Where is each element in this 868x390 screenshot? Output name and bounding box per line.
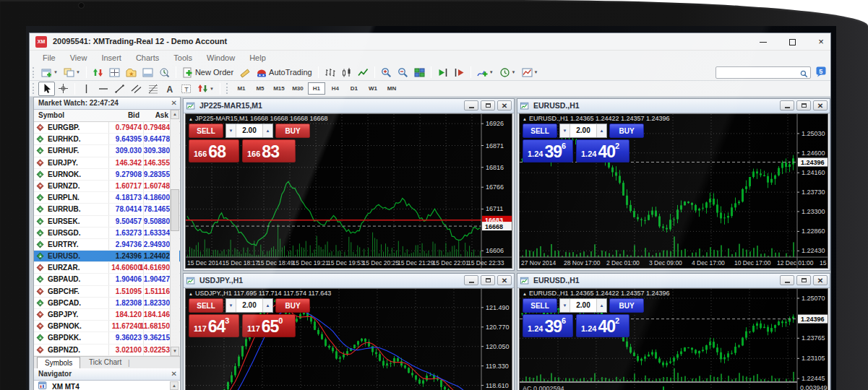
chart-title-bar[interactable]: EURUSD.,H1✕ [517, 99, 830, 113]
new-chart-button[interactable]: ▼ [38, 65, 61, 79]
strategy-tester-toggle[interactable] [156, 65, 173, 79]
sell-price-button[interactable]: 16668 [189, 139, 239, 162]
autotrading-button[interactable]: AutoTrading [253, 65, 315, 79]
market-watch-row-eurpln[interactable]: EURPLN.4.181734.18600 [34, 192, 180, 204]
scroll-up-icon[interactable]: ▲ [171, 110, 179, 119]
zoom-out-button[interactable] [395, 65, 411, 79]
tab-tick-chart[interactable]: Tick Chart [82, 357, 129, 368]
market-watch-row-eurusd[interactable]: EURUSD.1.243961.24402 [34, 251, 180, 262]
col-ask[interactable]: Ask [155, 111, 168, 119]
market-watch-row-eurjpy[interactable]: EURJPY.146.342146.355 [34, 157, 180, 169]
toolbar-grip[interactable] [33, 67, 35, 78]
chart-restore-button[interactable] [481, 100, 495, 110]
chart-restore-button[interactable] [481, 275, 495, 285]
chart-title-bar[interactable]: EURUSD.,H1✕ [517, 274, 830, 288]
sell-price-button[interactable]: 1.24396 [523, 139, 573, 162]
navigator-scroll-up-icon[interactable]: ▲ [170, 381, 179, 390]
market-watch-row-gbpdkk[interactable]: GBPDKK.9.360239.36215 [34, 332, 180, 344]
sell-button[interactable]: SELL [523, 124, 557, 138]
profiles-button[interactable]: ▼ [61, 65, 83, 79]
timeframe-m5[interactable]: M5 [252, 82, 269, 95]
navigator-account-item[interactable]: XM MT4 [38, 381, 80, 390]
timeframe-m15[interactable]: M15 [270, 82, 288, 95]
market-watch-row-eurnok[interactable]: EURNOK.9.279089.28355 [34, 169, 180, 181]
market-watch-close-icon[interactable]: ✕ [171, 99, 177, 107]
timeframe-d1[interactable]: D1 [345, 82, 363, 95]
scroll-down-icon[interactable]: ▼ [171, 347, 179, 356]
navigator-close-icon[interactable]: ✕ [171, 370, 177, 378]
timeframe-h1[interactable]: H1 [308, 82, 325, 95]
timeframe-m1[interactable]: M1 [233, 82, 250, 95]
close-button[interactable]: × [816, 37, 826, 47]
volume-value[interactable]: 2.00 [236, 299, 262, 312]
auto-scroll-button[interactable] [434, 65, 451, 79]
cursor-tool[interactable] [38, 82, 55, 96]
data-window-toggle[interactable] [106, 65, 123, 79]
volume-decrease-icon[interactable]: ▼ [560, 124, 570, 137]
market-watch-row-eurzar[interactable]: EURZAR.14.6060014.61690 [34, 262, 180, 274]
scrollbar-thumb[interactable] [171, 189, 179, 231]
navigator-header[interactable]: Navigator ✕ [34, 368, 180, 381]
volume-increase-icon[interactable]: ▲ [596, 124, 606, 137]
bar-chart-button[interactable] [322, 65, 338, 79]
menu-help[interactable]: Help [242, 53, 273, 62]
timeframe-m30[interactable]: M30 [289, 82, 306, 95]
market-watch-row-eurtry[interactable]: EURTRY.2.947362.94930 [34, 239, 180, 251]
volume-value[interactable]: 2.00 [570, 124, 596, 137]
volume-decrease-icon[interactable]: ▼ [560, 299, 570, 312]
chart-minimize-button[interactable] [464, 100, 478, 110]
collapse-icon[interactable]: ▲ [189, 292, 193, 296]
line-chart-button[interactable] [355, 65, 371, 79]
chart-close-button[interactable]: ✕ [497, 100, 512, 110]
chart-restore-button[interactable] [796, 100, 811, 110]
chart-close-button[interactable]: ✕ [813, 275, 828, 285]
titlebar[interactable]: XM 20095541: XMTrading-Real 12 - Demo Ac… [30, 33, 830, 51]
market-watch-row-eurhkd[interactable]: EURHKD.9.643959.64478 [34, 134, 180, 145]
toolbar-grip[interactable] [33, 83, 35, 94]
market-watch-row-gbpnzd[interactable]: GBPNZD.3.021003.02253 [34, 344, 180, 356]
chart-title-bar[interactable]: USDJPY.,H1✕ [184, 274, 514, 288]
market-watch-row-gbpnok[interactable]: GBPNOK.11.6724011.68150 [34, 321, 180, 332]
maximize-button[interactable] [787, 37, 797, 47]
collapse-icon[interactable]: ▲ [523, 117, 527, 121]
chart-restore-button[interactable] [796, 275, 811, 285]
fibonacci-tool[interactable] [145, 82, 161, 96]
menu-file[interactable]: File [35, 53, 63, 62]
vertical-line-tool[interactable] [78, 82, 95, 96]
sell-button[interactable]: SELL [523, 298, 557, 313]
market-watch-row-eurgbp[interactable]: EURGBP.0.794740.79484 [34, 122, 180, 134]
timeframe-w1[interactable]: W1 [364, 82, 382, 95]
zoom-in-button[interactable] [378, 65, 395, 79]
market-watch-row-eurrub[interactable]: EURRUB.78.041478.1465 [34, 204, 180, 215]
menu-view[interactable]: View [63, 53, 95, 62]
menu-window[interactable]: Window [199, 53, 242, 62]
chart-shift-button[interactable] [451, 65, 468, 79]
volume-value[interactable]: 2.00 [570, 299, 596, 312]
sell-price-button[interactable]: 117643 [189, 314, 239, 337]
market-watch-row-gbpjpy[interactable]: GBPJPY.184.120184.146 [34, 309, 180, 321]
market-watch-row-eursgd[interactable]: EURSGD.1.632731.63334 [34, 228, 180, 239]
volume-decrease-icon[interactable]: ▼ [226, 299, 236, 312]
market-watch-row-gbpaud[interactable]: GBPAUD.1.904061.90427 [34, 274, 180, 285]
chart-close-button[interactable]: ✕ [813, 100, 828, 110]
chart-minimize-button[interactable] [464, 275, 478, 285]
volume-increase-icon[interactable]: ▲ [262, 124, 272, 137]
market-watch-row-eursek[interactable]: EURSEK.9.504579.50880 [34, 216, 180, 228]
market-watch-row-gbpchf[interactable]: GBPCHF.1.510951.51116 [34, 286, 180, 298]
volume-increase-icon[interactable]: ▲ [596, 299, 606, 312]
chart-minimize-button[interactable] [780, 100, 794, 110]
crosshair-tool[interactable] [55, 82, 72, 96]
arrows-tool[interactable]: ▼ [194, 82, 217, 96]
terminal-toggle[interactable] [139, 65, 156, 79]
collapse-icon[interactable]: ▲ [189, 117, 193, 121]
new-order-button[interactable]: New Order [179, 65, 236, 79]
sell-price-button[interactable]: 1.24396 [523, 314, 573, 337]
buy-button[interactable]: BUY [609, 124, 644, 138]
minimize-button[interactable] [758, 37, 768, 47]
periods-button[interactable]: ▼ [497, 65, 519, 79]
horizontal-line-tool[interactable] [95, 82, 111, 96]
timeframe-mn[interactable]: MN [383, 82, 400, 95]
col-symbol[interactable]: Symbol [38, 111, 64, 119]
col-bid[interactable]: Bid [128, 111, 139, 119]
buy-price-button[interactable]: 1.24402 [576, 139, 629, 162]
